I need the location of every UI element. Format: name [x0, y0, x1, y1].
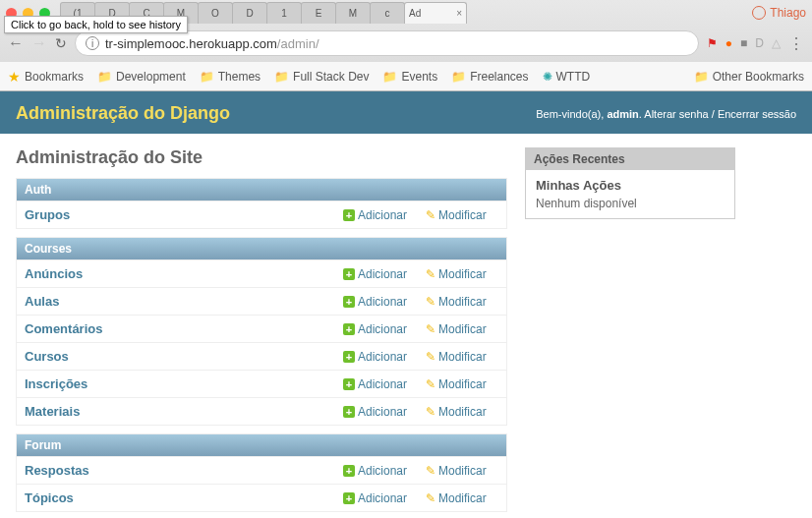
browser-tab[interactable]: O [198, 2, 233, 24]
model-link[interactable]: Tópicos [25, 490, 333, 505]
extension-icon[interactable]: ■ [740, 36, 747, 50]
url-path: /admin/ [277, 36, 319, 51]
browser-tab[interactable]: 1 [266, 2, 302, 24]
change-link[interactable]: ✎Modificar [426, 208, 498, 222]
other-bookmarks[interactable]: 📁Other Bookmarks [694, 70, 804, 84]
change-link[interactable]: ✎Modificar [426, 350, 498, 364]
add-link[interactable]: +Adicionar [343, 267, 416, 281]
pencil-icon: ✎ [426, 350, 435, 364]
add-link[interactable]: +Adicionar [343, 208, 416, 222]
pencil-icon: ✎ [426, 491, 435, 505]
forward-button: → [31, 34, 47, 52]
pencil-icon: ✎ [426, 322, 435, 336]
add-link[interactable]: +Adicionar [343, 491, 416, 505]
browser-profile[interactable]: Thiago [752, 6, 806, 20]
logout-link[interactable]: Encerrar sessão [718, 108, 796, 120]
bookmark-folder[interactable]: 📁Full Stack Dev [274, 70, 369, 84]
profile-avatar-icon [752, 6, 766, 20]
page-heading: Administração do Site [16, 147, 507, 168]
folder-icon: 📁 [274, 70, 289, 84]
model-row: Respostas+Adicionar✎Modificar [17, 456, 506, 484]
bookmark-folder[interactable]: 📁Freelances [451, 70, 528, 84]
browser-menu-icon[interactable]: ⋮ [788, 34, 804, 53]
pencil-icon: ✎ [426, 464, 435, 478]
app-caption: Forum [17, 434, 506, 456]
model-link[interactable]: Respostas [25, 463, 333, 478]
add-link[interactable]: +Adicionar [343, 377, 416, 391]
change-link[interactable]: ✎Modificar [426, 295, 498, 309]
bookmark-folder[interactable]: 📁Events [382, 70, 437, 84]
model-link[interactable]: Inscrições [25, 376, 333, 391]
app-module: AuthGrupos+Adicionar✎Modificar [16, 178, 507, 229]
pencil-icon: ✎ [426, 295, 435, 309]
plus-icon: + [343, 492, 355, 504]
bookmark-folder[interactable]: 📁Development [97, 70, 186, 84]
folder-icon: 📁 [451, 70, 466, 84]
model-row: Inscrições+Adicionar✎Modificar [17, 370, 506, 397]
add-link[interactable]: +Adicionar [343, 295, 416, 309]
model-link[interactable]: Comentários [25, 321, 333, 336]
content-area: Administração do Site AuthGrupos+Adicion… [0, 134, 812, 518]
back-tooltip: Click to go back, hold to see history [4, 16, 188, 33]
change-link[interactable]: ✎Modificar [426, 377, 498, 391]
current-user: admin [607, 108, 638, 120]
change-password-link[interactable]: Alterar senha [644, 108, 708, 120]
plus-icon: + [343, 323, 355, 335]
add-link[interactable]: +Adicionar [343, 405, 416, 419]
bookmarks-bar: ★Bookmarks 📁Development📁Themes📁Full Stac… [0, 61, 812, 90]
user-tools: Bem-vindo(a), admin. Alterar senha / Enc… [536, 108, 796, 120]
change-link[interactable]: ✎Modificar [426, 405, 498, 419]
url-host: tr-simplemooc.herokuapp.com [105, 36, 277, 51]
pencil-icon: ✎ [426, 405, 435, 419]
model-row: Anúncios+Adicionar✎Modificar [17, 259, 506, 287]
model-row: Materiais+Adicionar✎Modificar [17, 397, 506, 425]
model-link[interactable]: Anúncios [25, 266, 333, 281]
site-title: Administração do Django [16, 103, 230, 124]
change-link[interactable]: ✎Modificar [426, 322, 498, 336]
model-link[interactable]: Cursos [25, 349, 333, 364]
folder-icon: 📁 [694, 70, 709, 84]
add-link[interactable]: +Adicionar [343, 322, 416, 336]
browser-tab[interactable]: M [335, 2, 371, 24]
profile-name: Thiago [770, 6, 806, 20]
model-link[interactable]: Aulas [25, 294, 333, 309]
star-icon: ★ [8, 69, 21, 85]
plus-icon: + [343, 268, 355, 280]
change-link[interactable]: ✎Modificar [426, 267, 498, 281]
change-link[interactable]: ✎Modificar [426, 491, 498, 505]
plus-icon: + [343, 465, 355, 477]
plus-icon: + [343, 296, 355, 308]
my-actions-heading: Minhas Ações [536, 178, 725, 193]
pencil-icon: ✎ [426, 208, 435, 222]
add-link[interactable]: +Adicionar [343, 464, 416, 478]
extension-icon[interactable]: ⚑ [707, 36, 718, 50]
plus-icon: + [343, 351, 355, 363]
model-link[interactable]: Grupos [25, 207, 333, 222]
model-row: Cursos+Adicionar✎Modificar [17, 342, 506, 370]
browser-tab[interactable]: E [301, 2, 336, 24]
site-info-icon[interactable]: i [86, 36, 99, 50]
browser-chrome: Click to go back, hold to see history (1… [0, 0, 812, 91]
add-link[interactable]: +Adicionar [343, 350, 416, 364]
bookmarks-toggle[interactable]: ★Bookmarks [8, 69, 84, 85]
extension-icon[interactable]: D [755, 36, 764, 50]
bookmark-wttd[interactable]: ✺WTTD [543, 70, 591, 84]
pencil-icon: ✎ [426, 267, 435, 281]
model-link[interactable]: Materiais [25, 404, 333, 419]
extension-icon[interactable]: ● [725, 36, 732, 50]
app-caption: Courses [17, 238, 506, 259]
recent-actions-empty: Nenhum disponível [536, 197, 725, 210]
bookmark-folder[interactable]: 📁Themes [200, 70, 261, 84]
browser-tab[interactable]: D [232, 2, 267, 24]
close-tab-icon[interactable]: × [456, 8, 462, 19]
change-link[interactable]: ✎Modificar [426, 464, 498, 478]
browser-tab[interactable]: c [370, 2, 405, 24]
django-admin-header: Administração do Django Bem-vindo(a), ad… [0, 91, 812, 134]
browser-tab-active[interactable]: Ad× [404, 2, 467, 24]
extension-icon[interactable]: △ [772, 36, 781, 50]
model-row: Comentários+Adicionar✎Modificar [17, 315, 506, 342]
reload-button[interactable]: ↻ [55, 35, 67, 51]
address-bar[interactable]: i tr-simplemooc.herokuapp.com/admin/ [75, 30, 699, 56]
back-button[interactable]: ← [8, 34, 24, 52]
app-module: ForumRespostas+Adicionar✎ModificarTópico… [16, 433, 507, 512]
